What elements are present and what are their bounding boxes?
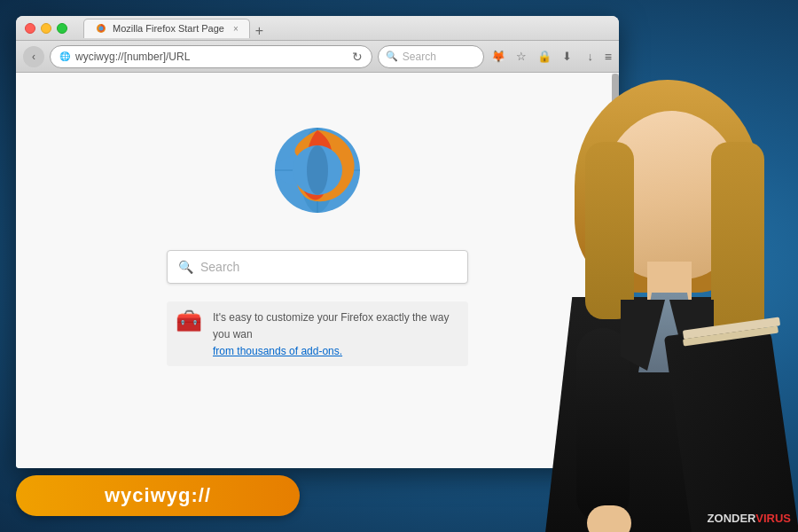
toolbox-icon: 🧰 <box>176 309 204 337</box>
person-arm-left <box>576 328 630 523</box>
bottom-banner: wyciwyg:// <box>16 475 300 516</box>
browser-tab[interactable]: Mozilla Firefox Start Page × <box>83 19 250 38</box>
close-button[interactable] <box>25 23 35 34</box>
nav-bar: ‹ 🌐 wyciwyg://[number]/URL ↻ 🔍 Search 🦊 … <box>16 41 619 73</box>
bookmark-icon[interactable]: ☆ <box>512 48 530 66</box>
firefox-logo <box>264 117 371 223</box>
watermark: ZONDERVIRUS <box>708 512 791 525</box>
nav-search-bar[interactable]: 🔍 Search <box>378 45 484 68</box>
page-search-icon: 🔍 <box>178 260 193 274</box>
nav-actions: 🦊 ☆ 🔒 ⬇ ↓ ≡ <box>489 48 612 66</box>
page-search-box[interactable]: 🔍 Search <box>167 250 468 284</box>
address-icon: 🌐 <box>59 51 70 61</box>
minimize-button[interactable] <box>41 23 51 34</box>
maximize-button[interactable] <box>57 23 67 34</box>
customize-box: 🧰 It's easy to customize your Firefox ex… <box>167 301 468 366</box>
reload-button[interactable]: ↻ <box>352 50 363 64</box>
person-image <box>488 71 798 532</box>
download-icon[interactable]: ↓ <box>582 48 599 66</box>
back-button[interactable]: ‹ <box>23 46 44 67</box>
tab-area: Mozilla Firefox Start Page × + <box>83 19 610 38</box>
person-hair-left <box>585 142 634 319</box>
customize-content: It's easy to customize your Firefox exac… <box>213 309 459 359</box>
new-tab-button[interactable]: + <box>255 24 263 38</box>
address-bar[interactable]: 🌐 wyciwyg://[number]/URL ↻ <box>50 45 372 68</box>
zonder-text: ZONDER <box>708 512 756 525</box>
page-search-placeholder: Search <box>200 260 239 274</box>
virus-text: VIRUS <box>755 512 791 525</box>
banner-text: wyciwyg:// <box>105 484 211 507</box>
nav-search-placeholder: Search <box>403 51 436 63</box>
pocket-icon[interactable]: ⬇ <box>559 48 576 66</box>
svg-point-8 <box>307 145 328 195</box>
person-hand <box>587 505 631 532</box>
menu-button[interactable]: ≡ <box>605 50 612 64</box>
search-icon: 🔍 <box>386 51 398 62</box>
fox-icon[interactable]: 🦊 <box>489 48 507 66</box>
lock-icon[interactable]: 🔒 <box>536 48 553 66</box>
customize-link[interactable]: from thousands of add-ons. <box>213 345 342 357</box>
customize-text: It's easy to customize your Firefox exac… <box>213 311 449 357</box>
tab-title: Mozilla Firefox Start Page <box>113 23 224 34</box>
svg-point-1 <box>99 27 104 31</box>
firefox-logo-svg <box>264 117 371 223</box>
tab-close-button[interactable]: × <box>233 24 239 34</box>
title-bar: Mozilla Firefox Start Page × + <box>16 16 619 41</box>
traffic-lights <box>25 23 67 34</box>
firefox-tab-icon <box>95 22 107 35</box>
address-text: wyciwyg://[number]/URL <box>75 51 347 63</box>
